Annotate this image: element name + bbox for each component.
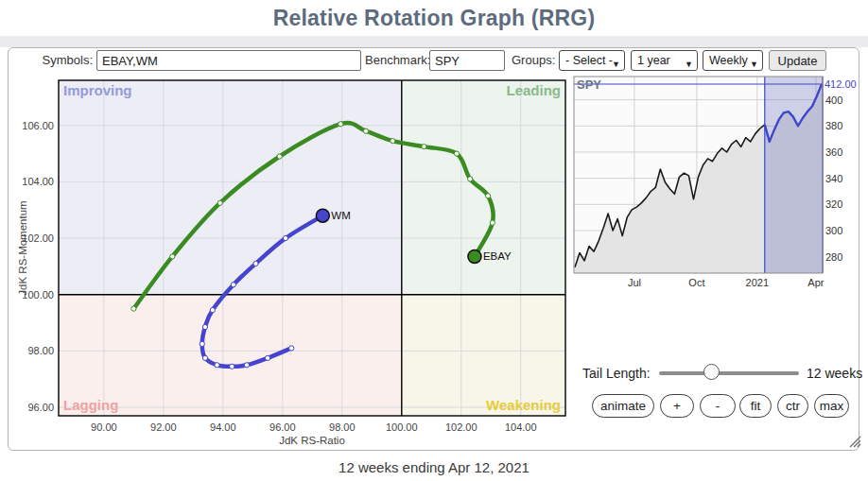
fit-button[interactable]: fit (739, 394, 772, 418)
rrg-app: Relative Rotation Graph (RRG) Symbols: B… (0, 0, 868, 481)
svg-text:90.00: 90.00 (91, 421, 117, 433)
svg-text:96.00: 96.00 (27, 402, 54, 413)
zoom-in-button[interactable]: + (660, 394, 694, 418)
rrg-quadrants (59, 80, 565, 416)
chevron-down-icon: ▼ (750, 55, 758, 74)
svg-text:104.00: 104.00 (22, 176, 54, 187)
svg-text:94.00: 94.00 (210, 421, 236, 433)
rrg-x-axis-title: JdK RS-Ratio (279, 435, 345, 446)
svg-text:100.00: 100.00 (386, 421, 418, 433)
svg-text:2021: 2021 (746, 277, 769, 288)
svg-text:Weakening: Weakening (486, 397, 561, 413)
spy-x-tick-labels: JulOct2021Apr (628, 277, 825, 288)
groups-label: Groups: (512, 50, 555, 71)
symbols-input[interactable] (96, 50, 361, 71)
spy-title: SPY (577, 77, 601, 92)
frequency-select-value: Weekly (709, 54, 748, 67)
svg-text:Improving: Improving (63, 82, 132, 98)
svg-text:Jul: Jul (628, 277, 641, 288)
svg-text:340: 340 (825, 173, 842, 184)
page-title: Relative Rotation Graph (RRG) (273, 6, 596, 31)
svg-text:320: 320 (825, 198, 842, 210)
spy-y-tick-labels: 280300320340360380400 (825, 94, 842, 263)
symbols-label: Symbols: (42, 50, 93, 71)
chevron-down-icon: ▼ (612, 55, 620, 74)
rrg-head-label: EBAY (483, 250, 512, 262)
svg-text:Leading: Leading (506, 82, 561, 98)
footer-caption: 12 weeks ending Apr 12, 2021 (0, 459, 868, 475)
center-button[interactable]: ctr (777, 394, 808, 418)
rrg-head-wm[interactable] (316, 209, 329, 222)
svg-text:92.00: 92.00 (150, 421, 177, 433)
svg-text:102.00: 102.00 (445, 421, 477, 433)
update-button[interactable]: Update (769, 50, 826, 71)
max-button[interactable]: max (814, 394, 849, 418)
tail-length-slider-thumb[interactable] (703, 364, 720, 380)
svg-text:98.00: 98.00 (329, 421, 356, 433)
frequency-select[interactable]: Weekly ▼ (703, 50, 763, 71)
rrg-head-ebay[interactable] (468, 249, 481, 263)
spy-last-price-label: 412.00 (825, 78, 857, 90)
svg-text:Apr: Apr (807, 277, 824, 288)
groups-select-value: - Select - (565, 54, 613, 67)
chevron-down-icon: ▼ (685, 55, 693, 74)
groups-select[interactable]: - Select - ▼ (559, 50, 625, 71)
svg-text:Lagging: Lagging (63, 397, 118, 413)
zoom-out-button[interactable]: - (700, 394, 736, 418)
svg-text:106.00: 106.00 (22, 120, 54, 131)
rrg-head-label: WM (331, 210, 350, 221)
header: Relative Rotation Graph (RRG) (0, 0, 868, 36)
benchmark-label: Benchmark: (365, 50, 425, 71)
svg-text:300: 300 (825, 225, 842, 236)
svg-text:Oct: Oct (688, 277, 704, 288)
benchmark-input[interactable] (429, 50, 505, 71)
svg-text:360: 360 (825, 146, 842, 158)
period-select[interactable]: 1 year ▼ (631, 50, 698, 71)
svg-text:280: 280 (825, 251, 842, 263)
header-divider (0, 36, 868, 47)
resize-handle-icon[interactable] (847, 434, 861, 448)
spy-highlight-band (765, 77, 823, 273)
animate-button[interactable]: animate (592, 394, 654, 418)
svg-text:96.00: 96.00 (269, 421, 296, 433)
svg-text:380: 380 (825, 120, 842, 131)
benchmark-chart[interactable]: 280300320340360380400412.00JulOct2021Apr… (571, 74, 868, 293)
rrg-y-axis-title: JdK RS-Momentum (17, 200, 28, 295)
tail-length-slider-track[interactable] (659, 371, 799, 375)
svg-text:104.00: 104.00 (505, 421, 537, 433)
tail-length-value: 12 weeks (807, 366, 862, 381)
period-select-value: 1 year (637, 54, 670, 67)
tail-length-label: Tail Length: (582, 366, 651, 381)
svg-text:400: 400 (825, 94, 842, 106)
svg-text:98.00: 98.00 (27, 345, 54, 356)
rrg-chart[interactable]: ImprovingLeadingLaggingWeakening96.0098.… (13, 76, 571, 446)
